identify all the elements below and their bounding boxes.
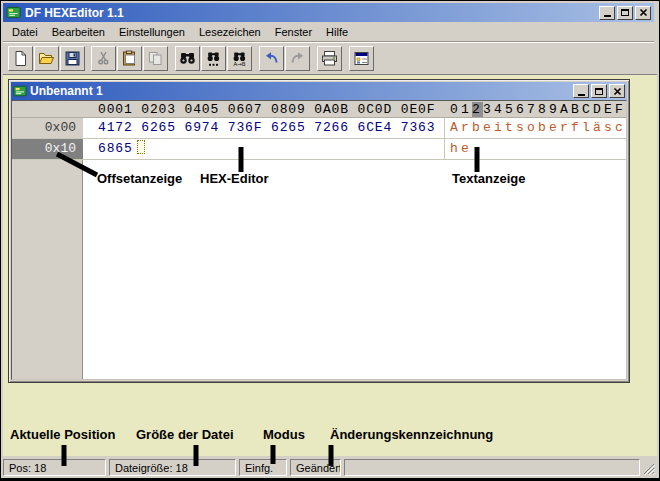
undo-button[interactable]: [259, 46, 284, 71]
callout-mode: Modus: [263, 427, 305, 442]
redo-button[interactable]: [285, 46, 310, 71]
callout-text-display: Textanzeige: [452, 171, 525, 186]
status-filler: [344, 459, 640, 476]
document-icon: [13, 84, 27, 98]
maximize-button[interactable]: [617, 6, 633, 20]
menu-fenster[interactable]: Fenster: [268, 24, 319, 40]
status-mode: Einfg.: [239, 459, 287, 476]
app-icon: [6, 5, 21, 20]
ascii-text[interactable]: Arbeitsoberfläsc: [450, 118, 626, 138]
paste-clipboard-icon: [121, 50, 138, 67]
statusbar: Pos: 18 Dateigröße: 18 Einfg. Geändert: [3, 456, 657, 478]
hex-editor-client: 0001 0203 0405 0607 0809 0A0B 0C0D 0E0F …: [11, 100, 627, 380]
status-modified: Geändert: [290, 459, 341, 476]
find-next-button[interactable]: [201, 46, 226, 71]
callout-current-position: Aktuelle Position: [10, 427, 115, 442]
document-maximize-button[interactable]: [591, 84, 607, 98]
toolbar: A→B: [3, 42, 654, 74]
options-button[interactable]: [349, 46, 374, 71]
window-title: DF HEXEditor 1.1: [25, 6, 599, 20]
hex-row-0x00: 0x00 4172 6265 6974 736F 6265 7266 6CE4 …: [12, 118, 626, 139]
redo-arrow-icon: [289, 50, 306, 67]
paste-button[interactable]: [117, 46, 142, 71]
close-button[interactable]: [635, 6, 651, 20]
hex-text-divider: [444, 118, 445, 160]
copy-icon: [147, 50, 164, 67]
close-icon: [639, 8, 648, 17]
print-icon: [321, 50, 338, 67]
replace-icon: A→B: [231, 50, 248, 67]
edit-cursor: [137, 140, 145, 154]
offset-label: 0x10: [12, 139, 83, 159]
minimize-icon: [578, 94, 585, 96]
new-document-icon: [12, 50, 29, 67]
ascii-text[interactable]: he: [450, 139, 472, 159]
document-close-button[interactable]: [609, 84, 625, 98]
callout-file-size: Größe der Datei: [136, 427, 234, 442]
open-button[interactable]: [34, 46, 59, 71]
document-minimize-button[interactable]: [573, 84, 589, 98]
app-titlebar[interactable]: DF HEXEditor 1.1: [3, 3, 654, 22]
menu-datei[interactable]: Datei: [5, 24, 45, 40]
hex-column-header: 0001 0203 0405 0607 0809 0A0B 0C0D 0E0F: [98, 101, 435, 118]
maximize-icon: [621, 9, 629, 16]
status-filesize: Dateigröße: 18: [109, 459, 236, 476]
find-button[interactable]: [175, 46, 200, 71]
text-column-header: 0123456789ABCDEF: [450, 101, 626, 118]
status-position: Pos: 18: [3, 459, 106, 476]
cut-button[interactable]: [91, 46, 116, 71]
callout-offset-display: Offsetanzeige: [97, 171, 182, 186]
menubar: Datei Bearbeiten Einstellungen Lesezeich…: [3, 23, 654, 41]
menu-einstellungen[interactable]: Einstellungen: [112, 24, 192, 40]
callout-hex-editor: HEX-Editor: [200, 171, 269, 186]
minimize-icon: [604, 15, 611, 17]
hex-bytes[interactable]: 6865: [98, 139, 145, 159]
offset-label: 0x00: [12, 118, 83, 138]
document-window: Unbenannt 1 0001 0203 0405 0607 0809 0A0…: [8, 79, 630, 383]
menu-bearbeiten[interactable]: Bearbeiten: [45, 24, 112, 40]
editor-header-row: 0001 0203 0405 0607 0809 0A0B 0C0D 0E0F …: [12, 101, 626, 118]
new-button[interactable]: [8, 46, 33, 71]
find-binoculars-icon: [179, 50, 196, 67]
callout-modified-flag: Änderungskennzeichnung: [330, 427, 493, 442]
document-titlebar[interactable]: Unbenannt 1: [11, 82, 627, 100]
main-window: DF HEXEditor 1.1 Datei Bearbeiten Einste…: [0, 0, 660, 481]
menu-hilfe[interactable]: Hilfe: [319, 24, 355, 40]
save-button[interactable]: [60, 46, 85, 71]
resize-grip-icon[interactable]: [642, 462, 655, 475]
maximize-icon: [595, 88, 603, 95]
menu-lesezeichen[interactable]: Lesezeichen: [192, 24, 268, 40]
svg-text:A→B: A→B: [233, 61, 245, 67]
options-dialog-icon: [353, 50, 370, 67]
replace-button[interactable]: A→B: [227, 46, 252, 71]
print-button[interactable]: [317, 46, 342, 71]
hex-row-0x10: 0x10 6865 he: [12, 139, 626, 160]
mdi-area: Unbenannt 1 0001 0203 0405 0607 0809 0A0…: [3, 74, 657, 456]
current-column-highlight: 2: [472, 102, 483, 117]
copy-button[interactable]: [143, 46, 168, 71]
undo-arrow-icon: [263, 50, 280, 67]
document-title: Unbenannt 1: [30, 84, 573, 98]
find-next-icon: [205, 50, 222, 67]
save-icon: [64, 50, 81, 67]
close-icon: [613, 87, 622, 96]
cut-scissors-icon: [95, 50, 112, 67]
hex-bytes[interactable]: 4172 6265 6974 736F 6265 7266 6CE4 7363: [98, 118, 435, 138]
minimize-button[interactable]: [599, 6, 615, 20]
open-folder-icon: [38, 50, 55, 67]
